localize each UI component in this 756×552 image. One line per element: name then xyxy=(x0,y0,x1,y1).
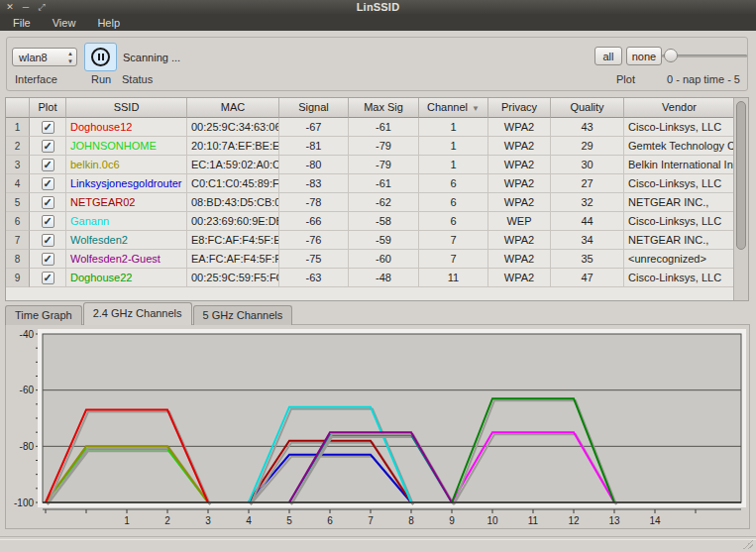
cell-max-sig: -58 xyxy=(349,212,419,231)
table-scrollbar-thumb[interactable] xyxy=(736,101,746,250)
plot-checkbox-cell: ✓ xyxy=(30,231,66,250)
status-label: Status xyxy=(122,73,153,85)
cell-mac: 00:23:69:60:9E:DB xyxy=(187,212,279,231)
resize-grip-icon[interactable] xyxy=(743,539,753,549)
cell-mac: 00:25:9C:59:F5:FC xyxy=(187,269,279,287)
x-tick-label: 3 xyxy=(205,515,211,526)
header-max-sig[interactable]: Max Sig xyxy=(349,98,419,118)
header-signal[interactable]: Signal xyxy=(279,98,349,118)
nap-time-label: 0 - nap time - 5 xyxy=(667,73,740,85)
cell-max-sig: -62 xyxy=(349,193,419,212)
plot-checkbox[interactable]: ✓ xyxy=(42,196,54,209)
cell-quality: 35 xyxy=(551,250,624,269)
row-number: 7 xyxy=(6,231,30,250)
plot-checkbox[interactable]: ✓ xyxy=(42,234,54,247)
tab-time-graph[interactable]: Time Graph xyxy=(5,305,82,325)
x-tick-label: 1 xyxy=(124,515,130,526)
cell-max-sig: -79 xyxy=(349,156,419,174)
row-number: 5 xyxy=(6,193,30,212)
cell-ssid: Doghouse22 xyxy=(66,269,187,287)
cell-privacy: WPA2 xyxy=(488,231,551,250)
header-ssid[interactable]: SSID xyxy=(66,98,187,118)
cell-privacy: WPA2 xyxy=(488,156,551,174)
titlebar: ✕ ─ ⤢ LinSSID xyxy=(0,0,756,14)
header-quality[interactable]: Quality xyxy=(551,98,624,118)
interface-select[interactable]: wlan8 ▲▼ xyxy=(12,48,77,66)
cell-signal: -63 xyxy=(279,269,349,287)
x-tick-label: 13 xyxy=(608,515,620,526)
menu-file[interactable]: File xyxy=(4,16,40,30)
tab-24ghz-channels[interactable]: 2.4 GHz Channels xyxy=(83,302,192,325)
x-tick-label: 2 xyxy=(164,515,170,526)
cell-vendor: NETGEAR INC., xyxy=(624,193,734,212)
cell-signal: -80 xyxy=(279,156,349,174)
cell-signal: -66 xyxy=(279,212,349,231)
cell-mac: EC:1A:59:02:A0:C6 xyxy=(187,156,279,174)
nap-time-slider[interactable] xyxy=(662,49,747,62)
run-button[interactable] xyxy=(84,43,117,71)
header-mac[interactable]: MAC xyxy=(187,98,279,118)
plot-checkbox-cell: ✓ xyxy=(30,269,66,287)
linssid-window: ✕ ─ ⤢ LinSSID File View Help wlan8 ▲▼ Sc… xyxy=(0,0,756,552)
cell-quality: 34 xyxy=(551,231,624,250)
cell-ssid: Linksysjonesgoldrouter xyxy=(66,174,187,193)
table-scrollbar[interactable] xyxy=(733,98,748,300)
status-text: Scanning ... xyxy=(123,52,180,63)
header-channel[interactable]: Channel▼ xyxy=(419,98,488,118)
cell-mac: EA:FC:AF:F4:5F:F0 xyxy=(187,250,279,269)
cell-signal: -81 xyxy=(279,137,349,156)
plot-checkbox[interactable]: ✓ xyxy=(42,159,54,171)
cell-signal: -78 xyxy=(279,193,349,212)
cell-ssid: belkin.0c6 xyxy=(66,156,187,174)
cell-mac: 00:25:9C:34:63:06 xyxy=(187,118,279,137)
tab-5ghz-channels[interactable]: 5 GHz Channels xyxy=(193,305,293,325)
spinner-arrows-icon[interactable]: ▲▼ xyxy=(67,50,73,65)
cell-max-sig: -60 xyxy=(349,250,419,269)
channel-chart-panel: -40-60-80-1001234567891011121314 xyxy=(5,324,750,529)
cell-ssid: Wolfesden2 xyxy=(66,231,187,250)
window-title: LinSSID xyxy=(0,1,756,13)
cell-mac: 20:10:7A:EF:BE:EF xyxy=(187,137,279,156)
interface-value: wlan8 xyxy=(19,52,48,63)
cell-vendor: Gemtek Technology C… xyxy=(624,137,734,156)
cell-signal: -83 xyxy=(279,174,349,193)
header-plot[interactable]: Plot xyxy=(30,98,66,118)
cell-quality: 47 xyxy=(551,269,624,287)
plot-checkbox-cell: ✓ xyxy=(30,212,66,231)
plot-checkbox[interactable]: ✓ xyxy=(42,177,54,190)
menu-view[interactable]: View xyxy=(44,16,85,30)
cell-quality: 44 xyxy=(551,212,624,231)
plot-canvas xyxy=(43,334,741,502)
network-table-grid: Plot SSID MAC Signal Max Sig Channel▼ Pr… xyxy=(6,98,734,287)
plot-checkbox[interactable]: ✓ xyxy=(42,215,54,228)
pause-icon xyxy=(91,48,110,66)
cell-mac: C0:C1:C0:45:89:F8 xyxy=(187,174,279,193)
plot-none-button[interactable]: none xyxy=(626,47,662,65)
cell-vendor: Cisco-Linksys, LLC xyxy=(624,118,734,137)
cell-privacy: WPA2 xyxy=(488,269,551,287)
cell-channel: 1 xyxy=(419,137,488,156)
cell-max-sig: -61 xyxy=(349,174,419,193)
cell-privacy: WPA2 xyxy=(488,250,551,269)
row-number: 6 xyxy=(6,212,30,231)
network-table: Plot SSID MAC Signal Max Sig Channel▼ Pr… xyxy=(5,97,749,301)
header-privacy[interactable]: Privacy xyxy=(488,98,551,118)
cell-quality: 43 xyxy=(551,118,624,137)
cell-ssid: NETGEAR02 xyxy=(66,193,187,212)
plot-checkbox[interactable]: ✓ xyxy=(42,140,54,153)
bottom-separator xyxy=(0,536,756,540)
slider-handle[interactable] xyxy=(664,49,678,62)
plot-checkbox[interactable]: ✓ xyxy=(42,253,54,266)
plot-checkbox[interactable]: ✓ xyxy=(42,272,54,284)
y-tick-label: -60 xyxy=(20,385,35,395)
row-number: 9 xyxy=(6,269,30,287)
cell-max-sig: -59 xyxy=(349,231,419,250)
plot-checkbox-cell: ✓ xyxy=(30,118,66,137)
plot-checkbox[interactable]: ✓ xyxy=(42,121,54,134)
channel-chart: -40-60-80-1001234567891011121314 xyxy=(6,325,749,528)
header-vendor[interactable]: Vendor xyxy=(624,98,734,118)
plot-all-button[interactable]: all xyxy=(594,47,622,65)
cell-channel: 7 xyxy=(419,250,488,269)
menu-help[interactable]: Help xyxy=(88,16,129,30)
cell-privacy: WPA2 xyxy=(488,137,551,156)
